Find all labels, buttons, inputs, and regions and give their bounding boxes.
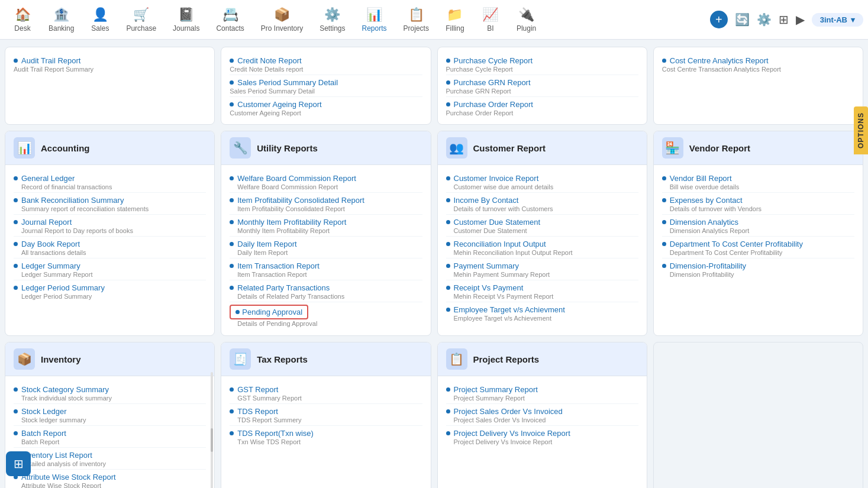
- report-link-inventory-list[interactable]: Inventory List Report: [14, 451, 206, 460]
- report-link-attribute-stock[interactable]: Attribute Wise Stock Report: [14, 473, 206, 481]
- report-link-purchase-grn[interactable]: Purchase GRN Report: [446, 78, 638, 87]
- report-link-welfare[interactable]: Welfare Board Commission Report: [230, 174, 422, 183]
- report-link-item-profitability[interactable]: Item Profitability Consolidated Report: [230, 196, 422, 205]
- report-link-item-transaction[interactable]: Item Transaction Report: [230, 261, 422, 270]
- report-item-expenses-by-contact[interactable]: Expenses by Contact Details of turnover …: [662, 193, 854, 215]
- report-item-project-delivery[interactable]: Project Delivery Vs Invoice Report Proje…: [446, 426, 638, 447]
- refresh-icon[interactable]: 🔄: [735, 12, 750, 27]
- nav-item-bi[interactable]: 📈 BI: [473, 2, 508, 37]
- report-link-sales-period[interactable]: Sales Period Summary Detail: [230, 78, 422, 87]
- nav-item-plugin[interactable]: 🔌 Plugin: [508, 2, 544, 37]
- report-link-dimension-profitability[interactable]: Dimension-Profitability: [662, 261, 854, 270]
- report-link-customer-invoice[interactable]: Customer Invoice Report: [446, 174, 638, 183]
- report-link-recon-io[interactable]: Reconciliation Input Output: [446, 240, 638, 248]
- bottom-grid-button[interactable]: ⊞: [6, 451, 31, 476]
- grid-icon[interactable]: ⊞: [779, 12, 789, 27]
- report-item-employee-target[interactable]: Employee Target v/s Achievment Employee …: [446, 302, 638, 324]
- report-link-audit-trail[interactable]: Audit Trail Report: [14, 56, 206, 65]
- report-link-journal-report[interactable]: Journal Report: [14, 218, 206, 227]
- nav-item-desk[interactable]: 🏠 Desk: [5, 2, 40, 37]
- report-item-related-party[interactable]: Related Party Transactions Details of Re…: [230, 280, 422, 302]
- report-link-project-delivery[interactable]: Project Delivery Vs Invoice Report: [446, 429, 638, 438]
- report-item-customer-ageing[interactable]: Customer Ageing Report Customer Ageing R…: [230, 97, 422, 118]
- report-item-ledger-summary[interactable]: Ledger Summary Ledger Summary Report: [14, 258, 206, 280]
- nav-item-banking[interactable]: 🏦 Banking: [40, 2, 82, 37]
- report-item-vendor-bill[interactable]: Vendor Bill Report Bill wise overdue det…: [662, 171, 854, 193]
- report-item-day-book[interactable]: Day Book Report All transactions details: [14, 237, 206, 258]
- report-item-project-summary[interactable]: Project Summary Report Project Summary R…: [446, 382, 638, 404]
- report-item-item-profitability[interactable]: Item Profitability Consolidated Report I…: [230, 193, 422, 215]
- report-link-bank-recon[interactable]: Bank Reconciliation Summary: [14, 196, 206, 205]
- report-link-project-sales[interactable]: Project Sales Order Vs Invoiced: [446, 407, 638, 416]
- report-item-dimension-profitability[interactable]: Dimension-Profitability Dimension Profit…: [662, 258, 854, 280]
- report-item-recon-io[interactable]: Reconciliation Input Output Mehin Reconc…: [446, 237, 638, 258]
- report-link-daily-item[interactable]: Daily Item Report: [230, 240, 422, 248]
- report-link-payment-summary[interactable]: Payment Summary: [446, 261, 638, 270]
- nav-item-contacts[interactable]: 📇 Contacts: [208, 2, 252, 37]
- report-link-credit-note[interactable]: Credit Note Report: [230, 56, 422, 65]
- report-item-dept-cost-center[interactable]: Department To Cost Center Profitability …: [662, 237, 854, 258]
- report-link-employee-target[interactable]: Employee Target v/s Achievment: [446, 305, 638, 314]
- report-link-ledger-summary[interactable]: Ledger Summary: [14, 261, 206, 270]
- report-link-ledger-period[interactable]: Ledger Period Summary: [14, 283, 206, 292]
- report-item-receipt-vs-payment[interactable]: Receipt Vs Payment Mehin Receipt Vs Paym…: [446, 280, 638, 302]
- report-item-ledger-period[interactable]: Ledger Period Summary Ledger Period Summ…: [14, 280, 206, 302]
- report-item-tds-txn[interactable]: TDS Report(Txn wise) Txn Wise TDS Report: [230, 426, 422, 447]
- report-item-bank-recon[interactable]: Bank Reconciliation Summary Summary repo…: [14, 193, 206, 215]
- report-link-tds-txn[interactable]: TDS Report(Txn wise): [230, 429, 422, 438]
- report-link-dept-cost-center[interactable]: Department To Cost Center Profitability: [662, 240, 854, 248]
- nav-item-filling[interactable]: 📁 Filling: [437, 2, 473, 37]
- report-link-expenses-by-contact[interactable]: Expenses by Contact: [662, 196, 854, 205]
- report-item-item-transaction[interactable]: Item Transaction Report Item Transaction…: [230, 258, 422, 280]
- user-brand-button[interactable]: 3int-AB ▾: [812, 13, 863, 27]
- nav-item-sales[interactable]: 👤 Sales: [82, 2, 118, 37]
- report-item-customer-invoice[interactable]: Customer Invoice Report Customer wise du…: [446, 171, 638, 193]
- report-link-gst[interactable]: GST Report: [230, 385, 422, 394]
- report-link-customer-due[interactable]: Customer Due Statement: [446, 218, 638, 227]
- report-item-batch-report[interactable]: Batch Report Batch Report: [14, 426, 206, 448]
- gear-icon[interactable]: ⚙️: [757, 12, 772, 27]
- nav-item-journals[interactable]: 📓 Journals: [164, 2, 208, 37]
- report-item-dimension-analytics[interactable]: Dimension Analytics Dimension Analytics …: [662, 215, 854, 237]
- report-link-stock-category[interactable]: Stock Category Summary: [14, 385, 206, 394]
- report-link-stock-ledger[interactable]: Stock Ledger: [14, 407, 206, 416]
- report-item-payment-summary[interactable]: Payment Summary Mehin Payment Summary Re…: [446, 258, 638, 280]
- report-item-monthly-item[interactable]: Monthly Item Profitability Report Monthl…: [230, 215, 422, 237]
- report-item-income-by-contact[interactable]: Income By Contact Details of turnover wi…: [446, 193, 638, 215]
- report-item-credit-note[interactable]: Credit Note Report Credit Note Details r…: [230, 53, 422, 75]
- report-link-batch-report[interactable]: Batch Report: [14, 429, 206, 438]
- report-link-project-summary[interactable]: Project Summary Report: [446, 385, 638, 394]
- report-item-stock-ledger[interactable]: Stock Ledger Stock ledger summary: [14, 404, 206, 426]
- report-item-sales-period[interactable]: Sales Period Summary Detail Sales Period…: [230, 75, 422, 97]
- nav-item-purchase[interactable]: 🛒 Purchase: [118, 2, 164, 37]
- report-item-journal-report[interactable]: Journal Report Journal Report to Day rep…: [14, 215, 206, 237]
- report-item-customer-due[interactable]: Customer Due Statement Customer Due Stat…: [446, 215, 638, 237]
- report-item-welfare[interactable]: Welfare Board Commission Report Welfare …: [230, 171, 422, 193]
- report-link-tds[interactable]: TDS Report: [230, 407, 422, 416]
- report-link-monthly-item[interactable]: Monthly Item Profitability Report: [230, 218, 422, 227]
- options-sidebar[interactable]: OPTIONS: [854, 106, 868, 154]
- report-link-cost-centre[interactable]: Cost Centre Analytics Report: [662, 56, 854, 65]
- report-link-related-party[interactable]: Related Party Transactions: [230, 283, 422, 292]
- nav-item-reports[interactable]: 📊 Reports: [354, 2, 395, 37]
- report-item-project-sales[interactable]: Project Sales Order Vs Invoiced Project …: [446, 404, 638, 426]
- report-item-attribute-stock[interactable]: Attribute Wise Stock Report Attribute Wi…: [14, 470, 206, 488]
- report-item-pending-approval[interactable]: Pending Approval Details of Pending Appr…: [230, 302, 422, 329]
- report-link-general-ledger[interactable]: General Ledger: [14, 174, 206, 183]
- report-item-daily-item[interactable]: Daily Item Report Daily Item Report: [230, 237, 422, 258]
- report-item-cost-centre[interactable]: Cost Centre Analytics Report Cost Centre…: [662, 53, 854, 75]
- report-link-purchase-cycle[interactable]: Purchase Cycle Report: [446, 56, 638, 65]
- nav-item-projects[interactable]: 📋 Projects: [395, 2, 437, 37]
- report-item-audit-trail[interactable]: Audit Trail Report Audit Trail Report Su…: [14, 53, 206, 75]
- report-item-general-ledger[interactable]: General Ledger Record of financial trans…: [14, 171, 206, 193]
- report-link-vendor-bill[interactable]: Vendor Bill Report: [662, 174, 854, 183]
- report-item-purchase-cycle[interactable]: Purchase Cycle Report Purchase Cycle Rep…: [446, 53, 638, 75]
- report-link-receipt-vs-payment[interactable]: Receipt Vs Payment: [446, 283, 638, 292]
- report-item-purchase-order[interactable]: Purchase Order Report Purchase Order Rep…: [446, 97, 638, 118]
- pending-approval-highlight[interactable]: Pending Approval: [230, 305, 308, 319]
- report-link-purchase-order[interactable]: Purchase Order Report: [446, 100, 638, 109]
- report-link-pending-approval[interactable]: Pending Approval: [242, 308, 302, 316]
- report-item-gst[interactable]: GST Report GST Summary Report: [230, 382, 422, 404]
- report-link-day-book[interactable]: Day Book Report: [14, 240, 206, 248]
- nav-item-pro-inventory[interactable]: 📦 Pro Inventory: [253, 2, 311, 37]
